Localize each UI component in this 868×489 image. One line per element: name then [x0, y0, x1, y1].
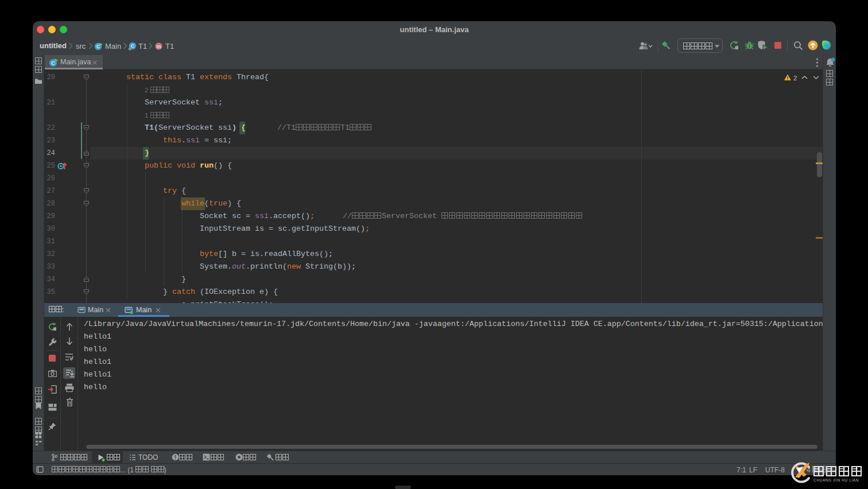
svg-text:m: m [156, 44, 161, 49]
svg-text:2: 2 [793, 75, 797, 82]
svg-text:C: C [51, 60, 55, 66]
